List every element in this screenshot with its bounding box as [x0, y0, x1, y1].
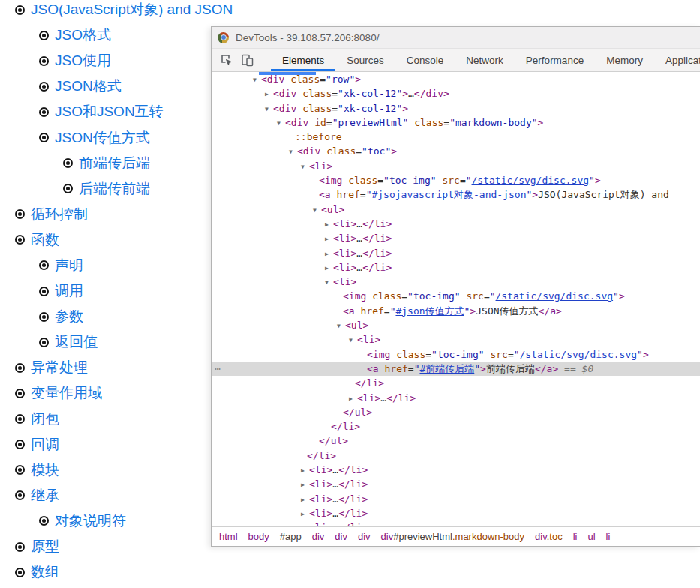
tree-row[interactable]: ▶<li>…</li>: [212, 217, 700, 231]
tree-row[interactable]: ▼<div id="previewHtml" class="markdown-b…: [212, 116, 700, 130]
toc-link[interactable]: 后端传前端: [79, 179, 150, 199]
expand-arrow-icon[interactable]: ▶: [349, 392, 357, 406]
tree-row[interactable]: ▶<li>…</li>: [212, 231, 700, 245]
tree-row[interactable]: ▼<ul>: [212, 202, 700, 217]
device-toolbar-button[interactable]: [237, 49, 258, 71]
expand-arrow-icon[interactable]: ▶: [301, 521, 309, 526]
breadcrumb-item[interactable]: li: [573, 531, 578, 542]
expand-arrow-icon[interactable]: ▶: [325, 261, 333, 275]
collapse-arrow-icon[interactable]: ▼: [349, 333, 357, 347]
tree-row[interactable]: ▶<li>…</li>: [212, 463, 700, 477]
toc-link[interactable]: 函数: [31, 230, 59, 250]
tree-row[interactable]: ▼<div class="toc">: [212, 144, 700, 158]
tree-row[interactable]: ▶<li>…</li>: [212, 260, 700, 274]
collapse-arrow-icon[interactable]: ▼: [277, 116, 285, 130]
tree-row[interactable]: ▼<div class="xk-col-12">: [212, 101, 700, 116]
tree-row[interactable]: ⋯<a href="#前端传后端">前端传后端</a> == $0: [212, 362, 700, 376]
breadcrumb-item[interactable]: body: [248, 531, 269, 542]
toc-link[interactable]: 数组: [31, 562, 59, 582]
collapse-arrow-icon[interactable]: ▼: [337, 319, 345, 333]
tree-row[interactable]: ▶<li>…</li>: [212, 506, 700, 520]
toc-link[interactable]: 循环控制: [31, 205, 88, 224]
expand-arrow-icon[interactable]: ▶: [325, 232, 333, 246]
toc-link[interactable]: JSON格式: [55, 76, 122, 96]
breadcrumb-item[interactable]: div#previewHtml.markdown-body: [381, 531, 524, 542]
token-link-value[interactable]: /static/svg/disc.svg: [472, 175, 590, 186]
tree-row[interactable]: ▶<li>…</li>: [212, 477, 700, 491]
tree-row[interactable]: ::before: [212, 130, 700, 144]
toc-link[interactable]: 闭包: [31, 410, 59, 429]
collapse-arrow-icon[interactable]: ▼: [265, 102, 273, 116]
toc-link[interactable]: JSO(JavaScript对象) and JSON: [31, 0, 233, 20]
expand-arrow-icon[interactable]: ▶: [325, 218, 333, 232]
tree-row[interactable]: <img class="toc-img" src="/static/svg/di…: [212, 347, 700, 362]
toc-link[interactable]: 对象说明符: [55, 512, 126, 531]
toc-link[interactable]: 声明: [55, 256, 83, 275]
token-link-value[interactable]: #jsojavascript对象-and-json: [371, 189, 526, 200]
tree-row[interactable]: ▼<li>: [212, 274, 700, 289]
row-menu-icon[interactable]: ⋯: [215, 362, 221, 376]
tab-memory[interactable]: Memory: [595, 49, 654, 71]
tab-sources[interactable]: Sources: [335, 49, 395, 71]
breadcrumb-item[interactable]: html: [219, 531, 238, 542]
toc-link[interactable]: 变量作用域: [31, 383, 102, 403]
breadcrumb-item[interactable]: div: [312, 531, 325, 542]
expand-arrow-icon[interactable]: ▶: [301, 493, 309, 507]
expand-arrow-icon[interactable]: ▶: [265, 87, 273, 101]
collapse-arrow-icon[interactable]: ▼: [301, 160, 309, 174]
tree-row[interactable]: <a href="#jsojavascript对象-and-json">JSO(…: [212, 188, 700, 202]
toc-link[interactable]: 原型: [31, 537, 59, 556]
token-link-value[interactable]: /static/svg/disc.svg: [520, 349, 638, 360]
tab-application[interactable]: Application: [654, 49, 700, 71]
toc-link[interactable]: JSO和JSON互转: [55, 102, 164, 122]
toc-link[interactable]: JSO格式: [55, 26, 111, 45]
toc-link[interactable]: 参数: [55, 307, 83, 326]
toc-link[interactable]: JSO使用: [55, 51, 111, 70]
tree-row[interactable]: ▶<div class="xk-col-12">…</div>: [212, 86, 700, 100]
token-link-value[interactable]: #json传值方式: [395, 305, 464, 316]
toc-link[interactable]: JSON传值方式: [55, 128, 150, 148]
toc-link[interactable]: 模块: [31, 460, 59, 480]
breadcrumb-item[interactable]: div: [358, 531, 371, 542]
tab-elements[interactable]: Elements: [271, 49, 335, 71]
expand-arrow-icon[interactable]: ▶: [301, 464, 309, 478]
expand-arrow-icon[interactable]: ▶: [301, 507, 309, 521]
tab-network[interactable]: Network: [455, 49, 515, 71]
toc-link[interactable]: 回调: [31, 435, 59, 454]
breadcrumb-item[interactable]: div: [335, 531, 347, 542]
tree-row[interactable]: <a href="#json传值方式">JSON传值方式</a>: [212, 304, 700, 318]
token-link-value[interactable]: #前端传后端: [419, 363, 474, 374]
tree-row[interactable]: ▼<div class="row">: [212, 72, 700, 86]
tree-row[interactable]: ▼<li>: [212, 159, 700, 173]
expand-arrow-icon[interactable]: ▶: [301, 478, 309, 492]
toc-link[interactable]: 前端传后端: [79, 154, 150, 173]
collapse-arrow-icon[interactable]: ▼: [253, 73, 261, 87]
tree-row[interactable]: </li>: [212, 419, 700, 434]
collapse-arrow-icon[interactable]: ▼: [313, 203, 321, 218]
tree-row[interactable]: </li>: [212, 376, 700, 390]
tree-row[interactable]: ▶<li>…</li>: [212, 520, 700, 526]
toc-link[interactable]: 异常处理: [31, 358, 88, 377]
collapse-arrow-icon[interactable]: ▼: [289, 145, 297, 159]
inspect-element-button[interactable]: [216, 49, 237, 71]
tree-row[interactable]: ▶<li>…</li>: [212, 391, 700, 405]
breadcrumb-item[interactable]: #app: [280, 531, 302, 542]
tree-row[interactable]: ▼<li>: [212, 332, 700, 346]
expand-arrow-icon[interactable]: ▶: [325, 247, 333, 261]
tree-row[interactable]: </ul>: [212, 405, 700, 419]
tree-row[interactable]: <img class="toc-img" src="/static/svg/di…: [212, 289, 700, 303]
devtools-titlebar[interactable]: DevTools - 39.108.57.206:8080/: [212, 27, 700, 49]
breadcrumb-item[interactable]: div.toc: [535, 531, 563, 542]
tree-row[interactable]: </ul>: [212, 434, 700, 448]
breadcrumb-item[interactable]: li: [606, 531, 611, 542]
tree-row[interactable]: ▶<li>…</li>: [212, 246, 700, 260]
toc-link[interactable]: 继承: [31, 486, 59, 506]
tree-row[interactable]: ▶<li>…</li>: [212, 492, 700, 506]
tree-row[interactable]: ▼<ul>: [212, 318, 700, 332]
toc-link[interactable]: 返回值: [55, 332, 98, 352]
tab-performance[interactable]: Performance: [515, 49, 595, 71]
collapse-arrow-icon[interactable]: ▼: [325, 275, 333, 290]
tree-row[interactable]: <img class="toc-img" src="/static/svg/di…: [212, 173, 700, 188]
token-link-value[interactable]: /static/svg/disc.svg: [496, 290, 614, 302]
tab-console[interactable]: Console: [395, 49, 455, 71]
